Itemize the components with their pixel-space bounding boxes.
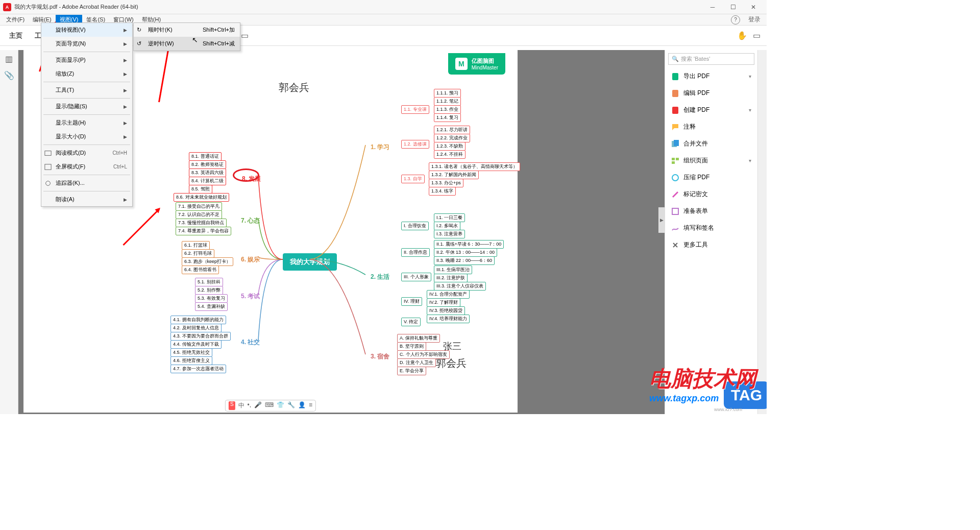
website-overlay: 电脑技术网 www.tagxp.com <box>649 365 756 404</box>
menu-show-hide[interactable]: 显示/隐藏(S)▶ <box>41 100 132 113</box>
create-pdf[interactable]: 创建 PDF▾ <box>665 102 757 118</box>
right-scrollbar[interactable] <box>757 50 767 414</box>
node-life: 2. 生活 <box>366 271 394 283</box>
search-icon: 🔍 <box>672 56 679 62</box>
mindmaster-icon: M <box>455 58 468 70</box>
ime-mic-icon[interactable]: 🎤 <box>254 401 262 410</box>
ime-tool-icon[interactable]: 🔧 <box>287 401 295 410</box>
menu-file[interactable]: 文件(F) <box>2 15 29 25</box>
attachment-icon[interactable]: 📎 <box>4 69 15 81</box>
window-controls: ─ ☐ ✕ <box>702 0 764 14</box>
login-button[interactable]: 登录 <box>744 14 765 25</box>
edit-pdf[interactable]: 编辑 PDF <box>665 85 757 102</box>
menu-tracker[interactable]: 追踪器(K)... <box>41 176 132 190</box>
window-title: 我的大学规划.pdf - Adobe Acrobat Reader (64-bi… <box>14 3 702 11</box>
annotation-circle <box>233 168 259 182</box>
menu-theme[interactable]: 显示主题(H)▶ <box>41 116 132 130</box>
ime-punct-icon[interactable]: •, <box>248 401 252 410</box>
ime-logo-icon: S <box>229 401 235 410</box>
ime-lang[interactable]: 中 <box>238 401 244 410</box>
svg-rect-4 <box>672 90 678 97</box>
view-dropdown: 旋转视图(V)▶ 页面导览(N)▶ 页面显示(P)▶ 缩放(Z)▶ 工具(T)▶… <box>41 22 133 207</box>
fill-sign[interactable]: 填写和签名 <box>665 220 757 236</box>
tools-panel: 🔍搜索 'Bates' 导出 PDF▾ 编辑 PDF 创建 PDF▾ 注释 合并… <box>665 50 757 414</box>
mindmap-center: 我的大学规划 <box>283 253 337 271</box>
svg-rect-0 <box>45 151 51 155</box>
close-button[interactable]: ✕ <box>743 0 764 14</box>
prepare-form[interactable]: 准备表单 <box>665 203 757 220</box>
menu-size[interactable]: 显示大小(D)▶ <box>41 130 132 143</box>
comment-pdf[interactable]: 注释 <box>665 118 757 135</box>
minimize-button[interactable]: ─ <box>702 0 723 14</box>
svg-point-11 <box>672 175 678 181</box>
node-exam: 5. 考试 <box>237 290 264 303</box>
cursor-icon: ↖ <box>192 36 198 44</box>
svg-rect-3 <box>672 73 678 80</box>
ime-keyboard-icon[interactable]: ⌨ <box>265 401 274 410</box>
svg-rect-7 <box>674 140 679 146</box>
watermark-text: www.xz7.com <box>714 407 742 412</box>
titlebar: A 我的大学规划.pdf - Adobe Acrobat Reader (64-… <box>0 0 767 14</box>
organize-pages[interactable]: 组织页面▾ <box>665 152 757 169</box>
svg-rect-1 <box>45 164 51 170</box>
ime-user-icon[interactable]: 👤 <box>298 401 306 410</box>
node-study: 1. 学习 <box>366 141 394 154</box>
menu-page-nav[interactable]: 页面导览(N)▶ <box>41 37 132 51</box>
svg-point-2 <box>46 181 51 185</box>
help-icon[interactable]: ? <box>731 15 740 25</box>
menu-reading-mode[interactable]: 阅读模式(D)Ctrl+H <box>41 146 132 160</box>
compress-pdf[interactable]: 压缩 PDF <box>665 169 757 186</box>
merge-files[interactable]: 合并文件 <box>665 135 757 152</box>
menu-zoom[interactable]: 缩放(Z)▶ <box>41 67 132 81</box>
panel-collapse[interactable]: ▶ <box>658 207 665 233</box>
thumbnail-icon[interactable]: ▥ <box>4 53 15 64</box>
menu-page-display[interactable]: 页面显示(P)▶ <box>41 53 132 67</box>
node-dorm: 3. 宿舍 <box>366 350 394 363</box>
node-mind: 7. 心态 <box>237 214 264 227</box>
fit-page-icon[interactable]: ▭ <box>238 30 251 42</box>
mindmaster-logo: M 亿图脑图MindMaster <box>448 53 505 75</box>
select-tool-icon[interactable]: ▭ <box>750 30 763 42</box>
menu-rotate-view[interactable]: 旋转视图(V)▶ <box>41 23 132 37</box>
ime-skin-icon[interactable]: 👕 <box>277 401 284 410</box>
rotate-submenu: ↻顺时针(K)Shift+Ctrl+加 ↺逆时针(W)Shift+Ctrl+减 <box>133 22 240 51</box>
svg-rect-5 <box>672 107 678 114</box>
svg-rect-8 <box>672 158 675 160</box>
ime-menu-icon[interactable]: ≡ <box>309 401 312 410</box>
svg-rect-10 <box>672 161 675 164</box>
menu-tools[interactable]: 工具(T)▶ <box>41 83 132 97</box>
hand-tool-icon[interactable]: ✋ <box>736 30 748 42</box>
maximize-button[interactable]: ☐ <box>723 0 743 14</box>
node-ent: 6. 娱乐 <box>237 253 264 266</box>
signature-top: 郭会兵 <box>279 81 309 94</box>
rotate-ccw[interactable]: ↺逆时针(W)Shift+Ctrl+减 <box>134 37 240 51</box>
tab-home[interactable]: 主页 <box>4 29 28 42</box>
app-icon: A <box>3 3 11 11</box>
left-sidebar: ▥ 📎 <box>0 50 18 414</box>
menu-fullscreen[interactable]: 全屏模式(F)Ctrl+L <box>41 160 132 174</box>
rotate-cw[interactable]: ↻顺时针(K)Shift+Ctrl+加 <box>134 23 240 37</box>
redact[interactable]: 标记密文 <box>665 186 757 203</box>
svg-rect-12 <box>672 208 678 214</box>
ime-toolbar[interactable]: S 中 •, 🎤 ⌨ 👕 🔧 👤 ≡ <box>225 400 316 412</box>
export-pdf[interactable]: 导出 PDF▾ <box>665 68 757 85</box>
more-tools[interactable]: 更多工具 <box>665 236 757 253</box>
tools-search[interactable]: 🔍搜索 'Bates' <box>668 53 754 65</box>
menu-read-aloud[interactable]: 朗读(A)▶ <box>41 192 132 206</box>
svg-rect-9 <box>676 158 679 160</box>
node-social: 4. 社交 <box>237 336 264 349</box>
